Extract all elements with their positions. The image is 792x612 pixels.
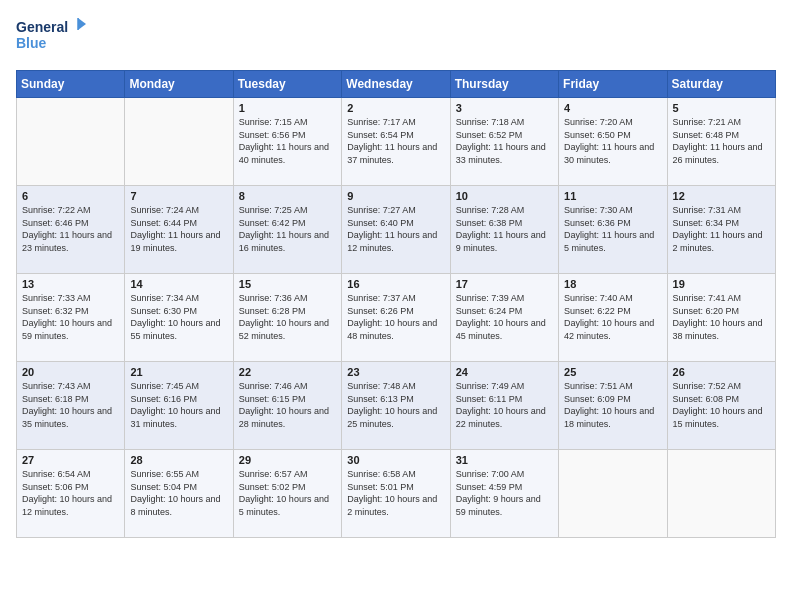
day-cell: 5 Sunrise: 7:21 AMSunset: 6:48 PMDayligh… [667, 98, 775, 186]
day-cell: 27 Sunrise: 6:54 AMSunset: 5:06 PMDaylig… [17, 450, 125, 538]
day-info: Sunrise: 7:17 AMSunset: 6:54 PMDaylight:… [347, 116, 444, 166]
day-cell [17, 98, 125, 186]
day-number: 6 [22, 190, 119, 202]
day-number: 25 [564, 366, 661, 378]
calendar-table: SundayMondayTuesdayWednesdayThursdayFrid… [16, 70, 776, 538]
day-info: Sunrise: 7:31 AMSunset: 6:34 PMDaylight:… [673, 204, 770, 254]
day-number: 29 [239, 454, 336, 466]
column-header-saturday: Saturday [667, 71, 775, 98]
day-cell: 17 Sunrise: 7:39 AMSunset: 6:24 PMDaylig… [450, 274, 558, 362]
day-number: 16 [347, 278, 444, 290]
day-info: Sunrise: 6:54 AMSunset: 5:06 PMDaylight:… [22, 468, 119, 518]
day-number: 5 [673, 102, 770, 114]
calendar-body: 1 Sunrise: 7:15 AMSunset: 6:56 PMDayligh… [17, 98, 776, 538]
day-cell: 2 Sunrise: 7:17 AMSunset: 6:54 PMDayligh… [342, 98, 450, 186]
day-info: Sunrise: 7:51 AMSunset: 6:09 PMDaylight:… [564, 380, 661, 430]
column-header-thursday: Thursday [450, 71, 558, 98]
day-info: Sunrise: 7:34 AMSunset: 6:30 PMDaylight:… [130, 292, 227, 342]
day-info: Sunrise: 7:00 AMSunset: 4:59 PMDaylight:… [456, 468, 553, 518]
day-info: Sunrise: 7:49 AMSunset: 6:11 PMDaylight:… [456, 380, 553, 430]
day-cell: 12 Sunrise: 7:31 AMSunset: 6:34 PMDaylig… [667, 186, 775, 274]
day-cell: 6 Sunrise: 7:22 AMSunset: 6:46 PMDayligh… [17, 186, 125, 274]
day-cell: 4 Sunrise: 7:20 AMSunset: 6:50 PMDayligh… [559, 98, 667, 186]
day-number: 12 [673, 190, 770, 202]
logo: General Blue [16, 16, 86, 58]
day-number: 20 [22, 366, 119, 378]
week-row-3: 13 Sunrise: 7:33 AMSunset: 6:32 PMDaylig… [17, 274, 776, 362]
day-number: 8 [239, 190, 336, 202]
day-info: Sunrise: 7:41 AMSunset: 6:20 PMDaylight:… [673, 292, 770, 342]
day-cell: 28 Sunrise: 6:55 AMSunset: 5:04 PMDaylig… [125, 450, 233, 538]
day-cell: 22 Sunrise: 7:46 AMSunset: 6:15 PMDaylig… [233, 362, 341, 450]
day-cell: 9 Sunrise: 7:27 AMSunset: 6:40 PMDayligh… [342, 186, 450, 274]
column-header-friday: Friday [559, 71, 667, 98]
day-number: 22 [239, 366, 336, 378]
day-cell: 30 Sunrise: 6:58 AMSunset: 5:01 PMDaylig… [342, 450, 450, 538]
day-number: 11 [564, 190, 661, 202]
day-number: 28 [130, 454, 227, 466]
day-info: Sunrise: 7:48 AMSunset: 6:13 PMDaylight:… [347, 380, 444, 430]
day-number: 1 [239, 102, 336, 114]
day-cell: 29 Sunrise: 6:57 AMSunset: 5:02 PMDaylig… [233, 450, 341, 538]
day-cell: 18 Sunrise: 7:40 AMSunset: 6:22 PMDaylig… [559, 274, 667, 362]
day-number: 13 [22, 278, 119, 290]
day-number: 26 [673, 366, 770, 378]
day-number: 14 [130, 278, 227, 290]
day-info: Sunrise: 7:37 AMSunset: 6:26 PMDaylight:… [347, 292, 444, 342]
day-cell: 15 Sunrise: 7:36 AMSunset: 6:28 PMDaylig… [233, 274, 341, 362]
day-cell: 23 Sunrise: 7:48 AMSunset: 6:13 PMDaylig… [342, 362, 450, 450]
day-cell: 20 Sunrise: 7:43 AMSunset: 6:18 PMDaylig… [17, 362, 125, 450]
day-cell: 21 Sunrise: 7:45 AMSunset: 6:16 PMDaylig… [125, 362, 233, 450]
day-number: 15 [239, 278, 336, 290]
day-cell [125, 98, 233, 186]
day-info: Sunrise: 7:22 AMSunset: 6:46 PMDaylight:… [22, 204, 119, 254]
day-number: 17 [456, 278, 553, 290]
day-info: Sunrise: 7:40 AMSunset: 6:22 PMDaylight:… [564, 292, 661, 342]
day-cell: 31 Sunrise: 7:00 AMSunset: 4:59 PMDaylig… [450, 450, 558, 538]
day-info: Sunrise: 7:30 AMSunset: 6:36 PMDaylight:… [564, 204, 661, 254]
day-info: Sunrise: 7:21 AMSunset: 6:48 PMDaylight:… [673, 116, 770, 166]
day-cell: 8 Sunrise: 7:25 AMSunset: 6:42 PMDayligh… [233, 186, 341, 274]
day-number: 31 [456, 454, 553, 466]
day-number: 9 [347, 190, 444, 202]
day-info: Sunrise: 7:33 AMSunset: 6:32 PMDaylight:… [22, 292, 119, 342]
column-header-monday: Monday [125, 71, 233, 98]
day-cell: 14 Sunrise: 7:34 AMSunset: 6:30 PMDaylig… [125, 274, 233, 362]
day-number: 19 [673, 278, 770, 290]
day-info: Sunrise: 6:57 AMSunset: 5:02 PMDaylight:… [239, 468, 336, 518]
week-row-1: 1 Sunrise: 7:15 AMSunset: 6:56 PMDayligh… [17, 98, 776, 186]
logo-svg: General Blue [16, 16, 86, 58]
calendar-header-row: SundayMondayTuesdayWednesdayThursdayFrid… [17, 71, 776, 98]
day-info: Sunrise: 7:46 AMSunset: 6:15 PMDaylight:… [239, 380, 336, 430]
day-number: 30 [347, 454, 444, 466]
day-cell: 19 Sunrise: 7:41 AMSunset: 6:20 PMDaylig… [667, 274, 775, 362]
day-cell: 1 Sunrise: 7:15 AMSunset: 6:56 PMDayligh… [233, 98, 341, 186]
week-row-4: 20 Sunrise: 7:43 AMSunset: 6:18 PMDaylig… [17, 362, 776, 450]
day-number: 2 [347, 102, 444, 114]
day-cell: 16 Sunrise: 7:37 AMSunset: 6:26 PMDaylig… [342, 274, 450, 362]
day-number: 21 [130, 366, 227, 378]
day-cell [559, 450, 667, 538]
day-info: Sunrise: 7:27 AMSunset: 6:40 PMDaylight:… [347, 204, 444, 254]
day-cell: 11 Sunrise: 7:30 AMSunset: 6:36 PMDaylig… [559, 186, 667, 274]
day-info: Sunrise: 7:52 AMSunset: 6:08 PMDaylight:… [673, 380, 770, 430]
day-number: 7 [130, 190, 227, 202]
column-header-tuesday: Tuesday [233, 71, 341, 98]
day-info: Sunrise: 7:43 AMSunset: 6:18 PMDaylight:… [22, 380, 119, 430]
day-number: 18 [564, 278, 661, 290]
day-number: 27 [22, 454, 119, 466]
svg-marker-2 [78, 18, 86, 30]
day-info: Sunrise: 7:18 AMSunset: 6:52 PMDaylight:… [456, 116, 553, 166]
day-info: Sunrise: 7:24 AMSunset: 6:44 PMDaylight:… [130, 204, 227, 254]
day-cell [667, 450, 775, 538]
day-info: Sunrise: 7:45 AMSunset: 6:16 PMDaylight:… [130, 380, 227, 430]
day-info: Sunrise: 7:25 AMSunset: 6:42 PMDaylight:… [239, 204, 336, 254]
day-info: Sunrise: 7:15 AMSunset: 6:56 PMDaylight:… [239, 116, 336, 166]
column-header-wednesday: Wednesday [342, 71, 450, 98]
day-number: 24 [456, 366, 553, 378]
day-info: Sunrise: 6:58 AMSunset: 5:01 PMDaylight:… [347, 468, 444, 518]
day-cell: 25 Sunrise: 7:51 AMSunset: 6:09 PMDaylig… [559, 362, 667, 450]
day-info: Sunrise: 7:36 AMSunset: 6:28 PMDaylight:… [239, 292, 336, 342]
day-cell: 10 Sunrise: 7:28 AMSunset: 6:38 PMDaylig… [450, 186, 558, 274]
page-header: General Blue [16, 16, 776, 58]
